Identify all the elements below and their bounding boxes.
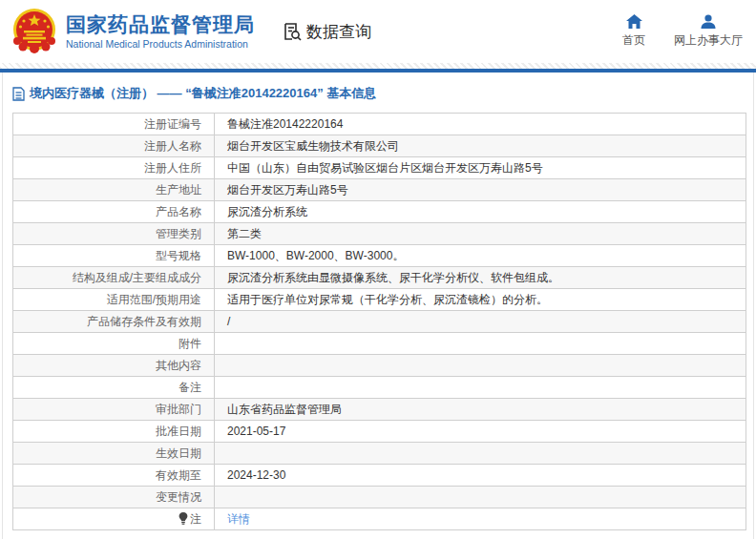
row-value: BW-1000、BW-2000、BW-3000。 [215,245,746,267]
row-value: 适用于医疗单位对尿常规（干化学分析、尿沉渣镜检）的分析。 [215,289,746,311]
bulb-icon [178,512,188,525]
document-icon [12,87,25,101]
row-label: 生产地址 [13,179,215,201]
row-value: 详情 [215,508,746,530]
table-row: 注册证编号鲁械注准20142220164 [13,114,746,135]
table-row: 审批部门山东省药品监督管理局 [13,399,746,421]
table-row: 注册人名称烟台开发区宝威生物技术有限公司 [13,135,746,157]
document-search-icon [282,21,303,42]
row-label: 适用范围/预期用途 [13,289,215,311]
nav-home[interactable]: 首页 [622,14,645,49]
agency-title: 国家药品监督管理局 [66,13,255,35]
row-label: 产品名称 [13,201,215,223]
row-value [215,333,746,355]
row-value: 山东省药品监督管理局 [215,399,746,421]
info-table-body: 注册证编号鲁械注准20142220164注册人名称烟台开发区宝威生物技术有限公司… [13,114,746,530]
row-value: 第二类 [215,223,746,245]
table-row: 管理类别第二类 [13,223,746,245]
row-value: 鲁械注准20142220164 [215,114,746,135]
row-value [215,487,746,508]
national-emblem-logo [10,7,59,56]
row-value: 尿沉渣分析系统 [215,201,746,223]
row-label: 型号规格 [13,245,215,267]
row-value [215,443,746,465]
row-label: 其他内容 [13,355,215,377]
detail-link[interactable]: 详情 [227,512,250,526]
table-row: 生效日期 [13,443,746,465]
home-icon [626,14,642,29]
breadcrumb-text: 境内医疗器械（注册） —— “鲁械注准20142220164” 基本信息 [30,85,376,102]
row-label: 变更情况 [13,487,215,508]
brand-block: 国家药品监督管理局 National Medical Products Admi… [66,13,255,49]
content-container: 境内医疗器械（注册） —— “鲁械注准20142220164” 基本信息 注册证… [2,73,754,539]
row-label: 结构及组成/主要组成成分 [13,267,215,289]
row-value: 烟台开发区万寿山路5号 [215,179,746,201]
table-row: 生产地址烟台开发区万寿山路5号 [13,179,746,201]
row-label: 生效日期 [13,443,215,465]
table-row: 备注 [13,377,746,399]
row-label: 审批部门 [13,399,215,421]
page-header: 国家药品监督管理局 National Medical Products Admi… [0,0,756,63]
nav-service-hall-label: 网上办事大厅 [674,32,743,49]
table-row: 适用范围/预期用途适用于医疗单位对尿常规（干化学分析、尿沉渣镜检）的分析。 [13,289,746,311]
table-row: 型号规格BW-1000、BW-2000、BW-3000。 [13,245,746,267]
table-row: 附件 [13,333,746,355]
row-value: 尿沉渣分析系统由显微摄像系统、尿干化学分析仪、软件包组成。 [215,267,746,289]
row-value [215,377,746,399]
table-row: 注详情 [13,508,746,530]
row-label: 注册证编号 [13,114,215,135]
row-label: 产品储存条件及有效期 [13,311,215,333]
row-value: 烟台开发区宝威生物技术有限公司 [215,135,746,157]
row-value [215,355,746,377]
data-query-label: 数据查询 [306,21,371,43]
table-row: 有效期至2024-12-30 [13,465,746,487]
row-label: 批准日期 [13,421,215,443]
row-label: 有效期至 [13,465,215,487]
table-row: 批准日期2021-05-17 [13,421,746,443]
row-value: 2024-12-30 [215,465,746,487]
table-row: 变更情况 [13,487,746,508]
row-label: 备注 [13,377,215,399]
nav-home-label: 首页 [622,32,645,49]
row-label: 管理类别 [13,223,215,245]
data-query-section: 数据查询 [282,21,371,43]
user-icon [701,14,716,29]
row-label: 注 [13,508,215,530]
nav-service-hall[interactable]: 网上办事大厅 [674,14,743,49]
table-row: 产品储存条件及有效期/ [13,311,746,333]
row-value: / [215,311,746,333]
breadcrumb: 境内医疗器械（注册） —— “鲁械注准20142220164” 基本信息 [3,73,753,113]
row-label: 注册人住所 [13,157,215,179]
agency-subtitle: National Medical Products Administration [66,38,255,50]
row-label: 附件 [13,333,215,355]
table-row: 结构及组成/主要组成成分尿沉渣分析系统由显微摄像系统、尿干化学分析仪、软件包组成… [13,267,746,289]
table-row: 其他内容 [13,355,746,377]
table-row: 产品名称尿沉渣分析系统 [13,201,746,223]
row-value: 中国（山东）自由贸易试验区烟台片区烟台开发区万寿山路5号 [215,157,746,179]
table-row: 注册人住所中国（山东）自由贸易试验区烟台片区烟台开发区万寿山路5号 [13,157,746,179]
registration-info-table: 注册证编号鲁械注准20142220164注册人名称烟台开发区宝威生物技术有限公司… [12,113,746,530]
row-label: 注册人名称 [13,135,215,157]
row-value: 2021-05-17 [215,421,746,443]
